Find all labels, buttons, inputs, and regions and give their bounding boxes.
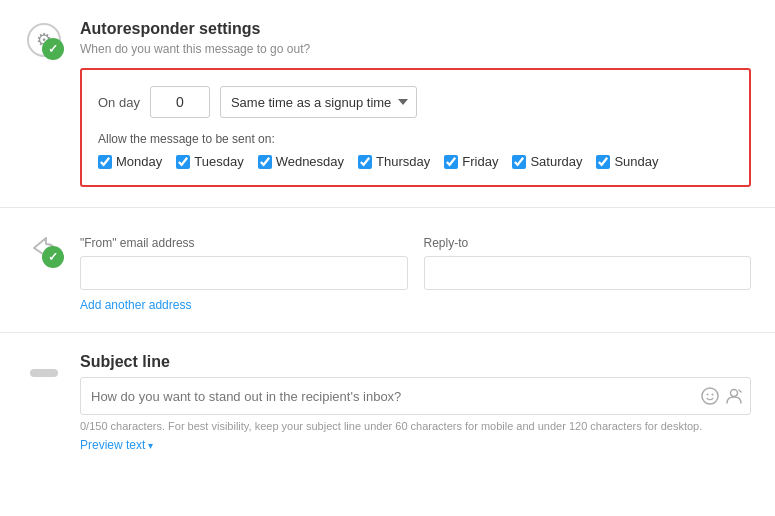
days-row: Monday Tuesday Wednesday Thursday — [98, 154, 733, 169]
add-address-link[interactable]: Add another address — [80, 298, 191, 312]
reply-to-input[interactable] — [424, 256, 752, 290]
day-item-tuesday: Tuesday — [176, 154, 243, 169]
thursday-checkbox[interactable] — [358, 155, 372, 169]
subject-content: Subject line — [80, 353, 751, 452]
wednesday-label: Wednesday — [276, 154, 344, 169]
from-email-icon — [24, 228, 64, 268]
autoresponder-settings-box: On day Same time as a signup time Custom… — [80, 68, 751, 187]
from-email-section: "From" email address Reply-to Add anothe… — [0, 208, 775, 333]
subject-input-wrap — [80, 377, 751, 415]
day-item-sunday: Sunday — [596, 154, 658, 169]
monday-checkbox[interactable] — [98, 155, 112, 169]
personalize-icon[interactable] — [725, 387, 743, 405]
wednesday-checkbox[interactable] — [258, 155, 272, 169]
from-email-content: "From" email address Reply-to Add anothe… — [80, 228, 751, 312]
on-day-label: On day — [98, 95, 140, 110]
tuesday-checkbox[interactable] — [176, 155, 190, 169]
preview-text-link[interactable]: Preview text — [80, 438, 153, 452]
from-email-input[interactable] — [80, 256, 408, 290]
day-item-friday: Friday — [444, 154, 498, 169]
allow-label: Allow the message to be sent on: — [98, 132, 733, 146]
friday-label: Friday — [462, 154, 498, 169]
minus-icon — [27, 356, 61, 390]
on-day-row: On day Same time as a signup time Custom… — [98, 86, 733, 118]
reply-to-col: Reply-to — [424, 236, 752, 290]
svg-point-0 — [702, 388, 718, 404]
sunday-label: Sunday — [614, 154, 658, 169]
thursday-label: Thursday — [376, 154, 430, 169]
day-item-saturday: Saturday — [512, 154, 582, 169]
monday-label: Monday — [116, 154, 162, 169]
subject-title: Subject line — [80, 353, 751, 371]
emoji-icon[interactable] — [701, 387, 719, 405]
autoresponder-icon: ⚙ — [24, 20, 64, 60]
from-email-col: "From" email address — [80, 236, 408, 290]
autoresponder-section: ⚙ Autoresponder settings When do you wan… — [0, 0, 775, 208]
check-circle-icon-2 — [42, 246, 64, 268]
on-day-input[interactable] — [150, 86, 210, 118]
day-item-thursday: Thursday — [358, 154, 430, 169]
char-hint: 0/150 characters. For best visibility, k… — [80, 420, 751, 432]
friday-checkbox[interactable] — [444, 155, 458, 169]
subject-input[interactable] — [80, 377, 751, 415]
autoresponder-content: Autoresponder settings When do you want … — [80, 20, 751, 187]
svg-point-3 — [731, 390, 738, 397]
subject-icon — [24, 353, 64, 393]
day-item-monday: Monday — [98, 154, 162, 169]
tuesday-label: Tuesday — [194, 154, 243, 169]
day-item-wednesday: Wednesday — [258, 154, 344, 169]
subject-icons — [701, 387, 743, 405]
svg-point-2 — [712, 394, 714, 396]
sunday-checkbox[interactable] — [596, 155, 610, 169]
check-circle-icon — [42, 38, 64, 60]
from-email-label: "From" email address — [80, 236, 408, 250]
autoresponder-title: Autoresponder settings — [80, 20, 751, 38]
saturday-label: Saturday — [530, 154, 582, 169]
time-select[interactable]: Same time as a signup time Custom time — [220, 86, 417, 118]
svg-line-4 — [739, 390, 741, 392]
subject-section: Subject line — [0, 333, 775, 472]
reply-to-label: Reply-to — [424, 236, 752, 250]
svg-point-1 — [707, 394, 709, 396]
from-email-fields-row: "From" email address Reply-to — [80, 236, 751, 290]
autoresponder-subtitle: When do you want this message to go out? — [80, 42, 751, 56]
saturday-checkbox[interactable] — [512, 155, 526, 169]
